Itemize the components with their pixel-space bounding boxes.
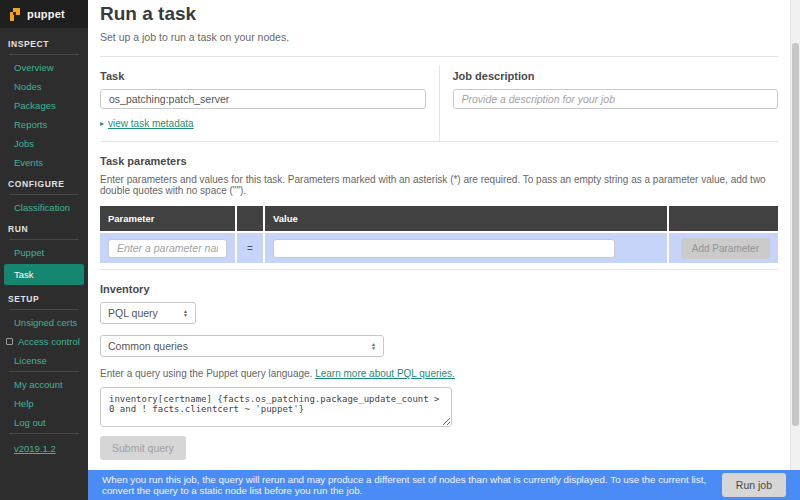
task-parameters-heading: Task parameters (100, 155, 778, 167)
sidebar-item-reports[interactable]: Reports (0, 115, 88, 134)
version-link[interactable]: v2019.1.2 (0, 437, 56, 454)
equals-cell: = (237, 233, 263, 263)
parameter-name-input[interactable] (108, 239, 227, 258)
nav-heading-setup: SETUP (0, 287, 88, 308)
external-link-icon (6, 338, 13, 345)
inventory-type-select[interactable]: PQL query ▲▼ (100, 302, 196, 324)
page-title: Run a task (100, 3, 778, 25)
add-parameter-button[interactable]: Add Parameter (681, 238, 770, 259)
column-header-parameter: Parameter (100, 206, 235, 231)
page-subtitle: Set up a job to run a task on your nodes… (100, 31, 778, 43)
vertical-scrollbar[interactable] (790, 0, 800, 470)
divider (9, 194, 79, 195)
nav-heading-run: RUN (0, 217, 88, 238)
pql-help-text: Enter a query using the Puppet query lan… (100, 368, 778, 379)
sidebar-item-overview[interactable]: Overview (0, 58, 88, 77)
run-task-page: puppet INSPECT Overview Nodes Packages R… (0, 0, 800, 500)
nav-heading-inspect: INSPECT (0, 32, 88, 53)
sidebar-item-help[interactable]: Help (0, 394, 88, 413)
divider (9, 371, 79, 372)
select-arrows-icon: ▲▼ (183, 309, 188, 318)
pql-help-label: Enter a query using the Puppet query lan… (100, 368, 312, 379)
common-queries-select[interactable]: Common queries ▲▼ (100, 335, 384, 357)
sidebar-item-puppet[interactable]: Puppet (0, 243, 88, 262)
main-content: Run a task Set up a job to run a task on… (88, 0, 790, 500)
sidebar-item-nodes[interactable]: Nodes (0, 77, 88, 96)
inventory-type-value: PQL query (108, 307, 158, 319)
common-queries-value: Common queries (108, 340, 188, 352)
task-label: Task (100, 70, 426, 82)
pql-learn-more-link[interactable]: Learn more about PQL queries. (315, 368, 455, 379)
sidebar-item-license[interactable]: License (0, 351, 88, 370)
sidebar-item-events[interactable]: Events (0, 153, 88, 172)
logo-bar: puppet (0, 0, 88, 28)
sidebar: puppet INSPECT Overview Nodes Packages R… (0, 0, 88, 500)
divider (100, 141, 778, 142)
run-job-banner: When you run this job, the query will re… (88, 470, 800, 500)
sidebar-item-unsigned-certs[interactable]: Unsigned certs (0, 313, 88, 332)
job-description-label: Job description (453, 70, 779, 82)
task-parameters-description: Enter parameters and values for this tas… (100, 174, 778, 196)
sidebar-item-access-control[interactable]: Access control (0, 332, 88, 351)
column-header-value: Value (265, 206, 667, 231)
column-header-actions (669, 206, 778, 231)
task-row: Task ▸ view task metadata Job descriptio… (100, 57, 778, 141)
parameter-value-cell (265, 233, 667, 263)
sidebar-item-log-out[interactable]: Log out (0, 413, 88, 432)
caret-right-icon: ▸ (100, 119, 104, 128)
inventory-heading: Inventory (100, 283, 778, 295)
view-task-metadata-label: view task metadata (108, 118, 194, 129)
equals-sign: = (245, 243, 255, 254)
divider (9, 433, 79, 434)
parameter-name-cell (100, 233, 235, 263)
banner-message: When you run this job, the query will re… (102, 474, 712, 496)
divider (9, 239, 79, 240)
column-header-spacer (237, 206, 263, 231)
submit-query-button[interactable]: Submit query (100, 436, 186, 460)
divider (9, 309, 79, 310)
sidebar-item-classification[interactable]: Classification (0, 198, 88, 217)
sidebar-item-label: Access control (18, 336, 80, 347)
task-section: Task ▸ view task metadata (100, 57, 439, 141)
logo-text: puppet (27, 8, 65, 20)
add-parameter-cell: Add Parameter (669, 233, 778, 263)
run-job-button[interactable]: Run job (722, 473, 786, 497)
sidebar-item-jobs[interactable]: Jobs (0, 134, 88, 153)
task-input[interactable] (100, 89, 426, 109)
select-arrows-icon: ▲▼ (371, 342, 376, 351)
parameter-value-input[interactable] (273, 239, 615, 258)
scrollbar-thumb[interactable] (792, 43, 799, 426)
divider (9, 54, 79, 55)
divider (100, 269, 778, 270)
sidebar-item-packages[interactable]: Packages (0, 96, 88, 115)
pql-query-textarea[interactable]: inventory[certname] {facts.os_patching.p… (100, 387, 452, 427)
sidebar-item-my-account[interactable]: My account (0, 375, 88, 394)
sidebar-nav: INSPECT Overview Nodes Packages Reports … (0, 28, 88, 456)
sidebar-item-task[interactable]: Task (4, 264, 84, 285)
nav-heading-configure: CONFIGURE (0, 172, 88, 193)
job-description-input[interactable] (453, 89, 779, 109)
view-task-metadata-link[interactable]: ▸ view task metadata (100, 118, 194, 129)
job-description-section: Job description (440, 57, 779, 141)
puppet-logo-icon (9, 8, 22, 21)
parameter-table: Parameter Value = Add Parameter (100, 206, 778, 263)
